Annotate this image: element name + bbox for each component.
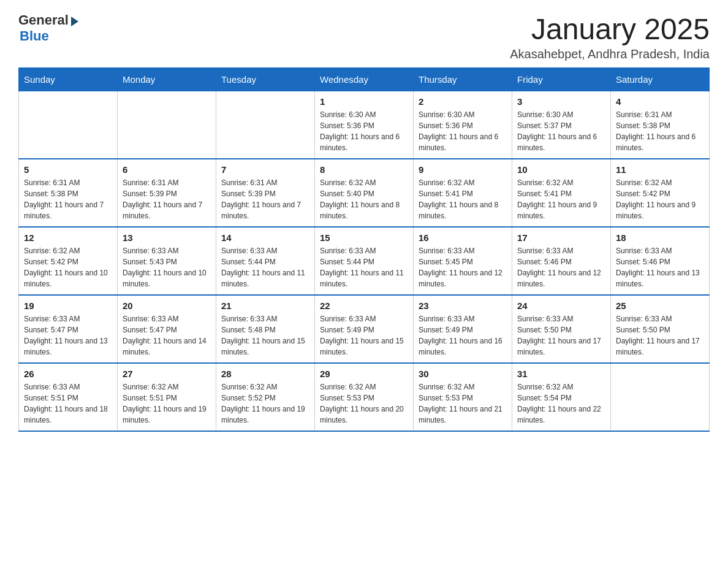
logo-general-text: General (18, 12, 69, 28)
day-info: Sunrise: 6:32 AMSunset: 5:53 PMDaylight:… (320, 381, 408, 426)
calendar-day-26: 26Sunrise: 6:33 AMSunset: 5:51 PMDayligh… (19, 363, 118, 431)
day-info: Sunrise: 6:32 AMSunset: 5:40 PMDaylight:… (320, 177, 408, 221)
calendar-day-15: 15Sunrise: 6:33 AMSunset: 5:44 PMDayligh… (315, 227, 414, 295)
day-info: Sunrise: 6:33 AMSunset: 5:46 PMDaylight:… (517, 245, 605, 289)
day-number: 2 (419, 96, 507, 107)
day-info: Sunrise: 6:31 AMSunset: 5:38 PMDaylight:… (616, 109, 704, 153)
day-number: 20 (123, 301, 211, 311)
page-header: General Blue January 2025 Akasahebpet, A… (18, 12, 710, 61)
calendar-table: SundayMondayTuesdayWednesdayThursdayFrid… (18, 67, 710, 432)
day-info: Sunrise: 6:33 AMSunset: 5:44 PMDaylight:… (320, 245, 408, 289)
calendar-day-28: 28Sunrise: 6:32 AMSunset: 5:52 PMDayligh… (216, 363, 315, 431)
calendar-empty-cell (19, 91, 118, 159)
calendar-day-29: 29Sunrise: 6:32 AMSunset: 5:53 PMDayligh… (315, 363, 414, 431)
day-info: Sunrise: 6:30 AMSunset: 5:36 PMDaylight:… (419, 109, 507, 153)
logo-arrow-icon (71, 17, 78, 26)
day-number: 14 (221, 232, 309, 243)
location: Akasahebpet, Andhra Pradesh, India (510, 47, 710, 61)
day-info: Sunrise: 6:33 AMSunset: 5:50 PMDaylight:… (517, 313, 605, 358)
weekday-header-tuesday: Tuesday (216, 68, 315, 91)
day-number: 5 (24, 164, 112, 175)
day-info: Sunrise: 6:30 AMSunset: 5:37 PMDaylight:… (517, 109, 605, 153)
day-number: 17 (517, 232, 605, 243)
day-number: 16 (419, 232, 507, 243)
weekday-header-friday: Friday (512, 68, 611, 91)
calendar-day-12: 12Sunrise: 6:32 AMSunset: 5:42 PMDayligh… (19, 227, 118, 295)
day-number: 13 (123, 232, 211, 243)
day-info: Sunrise: 6:32 AMSunset: 5:51 PMDaylight:… (123, 381, 211, 426)
day-number: 9 (419, 164, 507, 175)
title-section: January 2025 Akasahebpet, Andhra Pradesh… (510, 12, 710, 61)
calendar-day-2: 2Sunrise: 6:30 AMSunset: 5:36 PMDaylight… (414, 91, 512, 159)
day-number: 15 (320, 232, 408, 243)
calendar-day-25: 25Sunrise: 6:33 AMSunset: 5:50 PMDayligh… (611, 295, 710, 363)
day-info: Sunrise: 6:33 AMSunset: 5:46 PMDaylight:… (616, 245, 704, 289)
calendar-day-4: 4Sunrise: 6:31 AMSunset: 5:38 PMDaylight… (611, 91, 710, 159)
day-info: Sunrise: 6:30 AMSunset: 5:36 PMDaylight:… (320, 109, 408, 153)
calendar-day-13: 13Sunrise: 6:33 AMSunset: 5:43 PMDayligh… (118, 227, 216, 295)
day-info: Sunrise: 6:32 AMSunset: 5:54 PMDaylight:… (517, 381, 605, 426)
calendar-day-24: 24Sunrise: 6:33 AMSunset: 5:50 PMDayligh… (512, 295, 611, 363)
calendar-day-30: 30Sunrise: 6:32 AMSunset: 5:53 PMDayligh… (414, 363, 512, 431)
day-number: 12 (24, 232, 112, 243)
day-number: 25 (616, 301, 704, 311)
day-info: Sunrise: 6:33 AMSunset: 5:49 PMDaylight:… (320, 313, 408, 358)
day-number: 10 (517, 164, 605, 175)
calendar-day-16: 16Sunrise: 6:33 AMSunset: 5:45 PMDayligh… (414, 227, 512, 295)
day-info: Sunrise: 6:31 AMSunset: 5:38 PMDaylight:… (24, 177, 112, 221)
day-info: Sunrise: 6:32 AMSunset: 5:42 PMDaylight:… (24, 245, 112, 289)
day-info: Sunrise: 6:33 AMSunset: 5:50 PMDaylight:… (616, 313, 704, 358)
day-number: 21 (221, 301, 309, 311)
calendar-empty-cell (118, 91, 216, 159)
day-info: Sunrise: 6:32 AMSunset: 5:41 PMDaylight:… (419, 177, 507, 221)
day-number: 1 (320, 96, 408, 107)
calendar-day-8: 8Sunrise: 6:32 AMSunset: 5:40 PMDaylight… (315, 159, 414, 227)
calendar-day-17: 17Sunrise: 6:33 AMSunset: 5:46 PMDayligh… (512, 227, 611, 295)
day-number: 28 (221, 369, 309, 379)
day-info: Sunrise: 6:33 AMSunset: 5:44 PMDaylight:… (221, 245, 309, 289)
logo: General Blue (18, 12, 78, 44)
calendar-day-10: 10Sunrise: 6:32 AMSunset: 5:41 PMDayligh… (512, 159, 611, 227)
day-info: Sunrise: 6:33 AMSunset: 5:47 PMDaylight:… (24, 313, 112, 358)
day-info: Sunrise: 6:33 AMSunset: 5:49 PMDaylight:… (419, 313, 507, 358)
day-number: 24 (517, 301, 605, 311)
weekday-header-sunday: Sunday (19, 68, 118, 91)
calendar-day-6: 6Sunrise: 6:31 AMSunset: 5:39 PMDaylight… (118, 159, 216, 227)
day-info: Sunrise: 6:32 AMSunset: 5:53 PMDaylight:… (419, 381, 507, 426)
day-info: Sunrise: 6:33 AMSunset: 5:45 PMDaylight:… (419, 245, 507, 289)
calendar-day-31: 31Sunrise: 6:32 AMSunset: 5:54 PMDayligh… (512, 363, 611, 431)
calendar-day-20: 20Sunrise: 6:33 AMSunset: 5:47 PMDayligh… (118, 295, 216, 363)
calendar-day-23: 23Sunrise: 6:33 AMSunset: 5:49 PMDayligh… (414, 295, 512, 363)
month-title: January 2025 (510, 12, 710, 46)
weekday-header-monday: Monday (118, 68, 216, 91)
calendar-week-row: 5Sunrise: 6:31 AMSunset: 5:38 PMDaylight… (19, 159, 710, 227)
day-number: 3 (517, 96, 605, 107)
day-info: Sunrise: 6:33 AMSunset: 5:43 PMDaylight:… (123, 245, 211, 289)
day-number: 30 (419, 369, 507, 379)
day-info: Sunrise: 6:33 AMSunset: 5:51 PMDaylight:… (24, 381, 112, 426)
calendar-day-3: 3Sunrise: 6:30 AMSunset: 5:37 PMDaylight… (512, 91, 611, 159)
calendar-day-27: 27Sunrise: 6:32 AMSunset: 5:51 PMDayligh… (118, 363, 216, 431)
day-info: Sunrise: 6:32 AMSunset: 5:41 PMDaylight:… (517, 177, 605, 221)
day-number: 8 (320, 164, 408, 175)
day-number: 27 (123, 369, 211, 379)
day-number: 6 (123, 164, 211, 175)
day-info: Sunrise: 6:32 AMSunset: 5:42 PMDaylight:… (616, 177, 704, 221)
calendar-day-21: 21Sunrise: 6:33 AMSunset: 5:48 PMDayligh… (216, 295, 315, 363)
day-number: 11 (616, 164, 704, 175)
calendar-empty-cell (216, 91, 315, 159)
day-info: Sunrise: 6:33 AMSunset: 5:47 PMDaylight:… (123, 313, 211, 358)
calendar-week-row: 26Sunrise: 6:33 AMSunset: 5:51 PMDayligh… (19, 363, 710, 431)
day-number: 7 (221, 164, 309, 175)
calendar-day-9: 9Sunrise: 6:32 AMSunset: 5:41 PMDaylight… (414, 159, 512, 227)
weekday-header-wednesday: Wednesday (315, 68, 414, 91)
day-number: 18 (616, 232, 704, 243)
calendar-week-row: 1Sunrise: 6:30 AMSunset: 5:36 PMDaylight… (19, 91, 710, 159)
calendar-day-18: 18Sunrise: 6:33 AMSunset: 5:46 PMDayligh… (611, 227, 710, 295)
calendar-week-row: 19Sunrise: 6:33 AMSunset: 5:47 PMDayligh… (19, 295, 710, 363)
day-number: 26 (24, 369, 112, 379)
day-number: 29 (320, 369, 408, 379)
day-number: 4 (616, 96, 704, 107)
day-info: Sunrise: 6:33 AMSunset: 5:48 PMDaylight:… (221, 313, 309, 358)
day-info: Sunrise: 6:32 AMSunset: 5:52 PMDaylight:… (221, 381, 309, 426)
